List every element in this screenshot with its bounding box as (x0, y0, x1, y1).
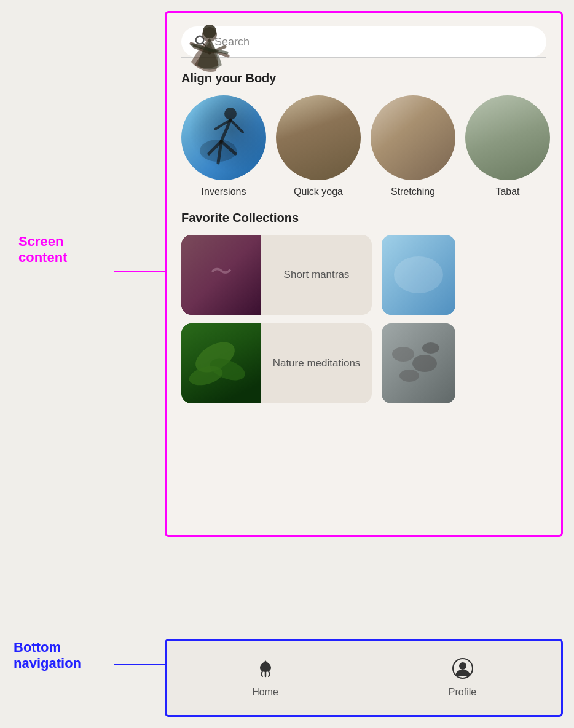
collection-label-nature-meditations: Nature meditations (261, 357, 372, 370)
svg-point-33 (459, 662, 466, 670)
nav-label-profile: Profile (449, 687, 476, 698)
category-item-quickyoga[interactable]: Quick yoga (276, 95, 361, 197)
search-placeholder: Search (214, 36, 534, 49)
svg-line-4 (221, 120, 230, 141)
nav-item-profile[interactable]: Profile (364, 658, 561, 698)
collection-card-nature-meditations[interactable]: Nature meditations (181, 323, 372, 403)
category-label-stretching: Stretching (391, 186, 435, 197)
svg-point-2 (200, 140, 237, 162)
bottom-nav-annotation: Bottomnavigation (14, 639, 81, 672)
category-item-tabata[interactable]: Tabat (465, 95, 550, 197)
category-circle-quickyoga (276, 95, 361, 180)
category-item-stretching[interactable]: Stretching (371, 95, 455, 197)
category-label-quickyoga: Quick yoga (294, 186, 343, 197)
screen-content-annotation: Screencontent (18, 234, 67, 266)
category-circle-inversions (181, 95, 266, 180)
category-circle-stretching (371, 95, 455, 180)
svg-line-6 (221, 141, 235, 154)
bottom-navigation: Home Profile (165, 639, 563, 717)
category-label-tabata: Tabat (495, 186, 519, 197)
svg-point-30 (399, 370, 419, 382)
svg-point-29 (412, 355, 437, 372)
collection-partial-2 (382, 323, 455, 403)
screen-content-annotation-line (114, 271, 166, 272)
screen-content-box: Search Align your Body Inversions (165, 11, 563, 537)
categories-row: Inversions Quick yoga (167, 95, 561, 197)
svg-line-8 (230, 120, 243, 132)
svg-point-22 (394, 256, 443, 293)
svg-line-7 (215, 120, 230, 129)
svg-line-5 (209, 141, 221, 154)
bottom-nav-annotation-line (114, 664, 166, 665)
nav-label-home: Home (252, 687, 278, 698)
svg-point-28 (392, 347, 414, 362)
collection-card-short-mantras[interactable]: 〜 Short mantras (181, 235, 372, 315)
nav-item-home[interactable]: Home (167, 658, 364, 698)
favorite-collections-title: Favorite Collections (181, 211, 546, 225)
svg-point-31 (422, 342, 439, 354)
home-icon (255, 658, 276, 683)
svg-point-3 (224, 108, 237, 120)
collection-label-short-mantras: Short mantras (261, 269, 372, 281)
category-label-inversions: Inversions (202, 186, 246, 197)
collections-row-2: Nature meditations (167, 323, 561, 403)
svg-line-9 (218, 141, 221, 163)
collection-img-mantras: 〜 (181, 235, 261, 315)
collections-row-1: 〜 Short mantras (167, 235, 561, 315)
collection-img-nature (181, 323, 261, 403)
category-item-inversions[interactable]: Inversions (181, 95, 266, 197)
collection-partial-1 (382, 235, 455, 315)
svg-text:〜: 〜 (210, 259, 232, 284)
category-circle-tabata (465, 95, 550, 180)
profile-icon (452, 658, 473, 683)
